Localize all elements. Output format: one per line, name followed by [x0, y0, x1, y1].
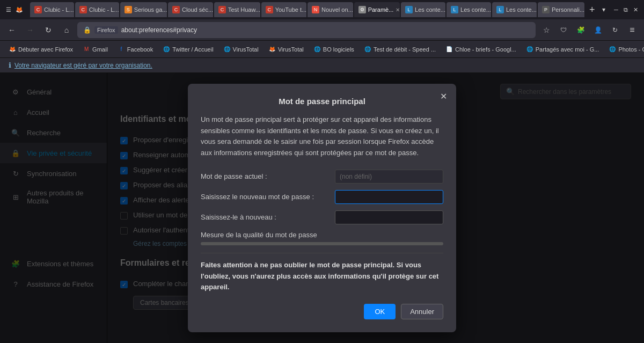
new-tab-button[interactable]: + [586, 2, 599, 17]
tab-nouvel[interactable]: N Nouvel on... [308, 2, 353, 17]
tab-bar: C Clubic - L... C Clubic - L... S Seriou… [30, 2, 608, 17]
bookmark-firefox[interactable]: 🦊 Débuter avec Firefox [4, 45, 77, 54]
modal-description: Un mot de passe principal sert à protége… [201, 114, 443, 159]
restore-button[interactable]: ⧉ [621, 5, 630, 14]
bookmark-label: Débuter avec Firefox [18, 46, 73, 53]
tab-favicon: S [125, 6, 132, 13]
bookmark-star-icon[interactable]: ☆ [539, 23, 554, 38]
tab-clubic1[interactable]: C Clubic - L... [30, 2, 74, 17]
bookmark-favicon: 🦊 [268, 46, 276, 53]
quality-label: Mesure de la qualité du mot de passe [201, 231, 443, 239]
tab-content3[interactable]: L Les conte... [492, 2, 537, 17]
home-button[interactable]: ⌂ [59, 23, 74, 38]
minimize-button[interactable]: ─ [612, 5, 620, 14]
bookmark-label: Facebook [127, 46, 153, 53]
bookmark-favicon: 🌐 [364, 46, 371, 53]
tab-test[interactable]: C Test Huaw... [214, 2, 260, 17]
browser-frame: ☰ 🦊 C Clubic - L... C Clubic - L... S Se… [0, 0, 644, 343]
tab-overflow-icon[interactable]: ▾ [600, 5, 608, 14]
bookmark-marty[interactable]: 🦊 VirusTotal [264, 45, 308, 54]
bookmark-partage[interactable]: 🌐 Partagés avec moi - G... [522, 45, 604, 54]
tab-content2[interactable]: L Les conte... [447, 2, 491, 17]
bookmark-chloe[interactable]: 📄 Chloe - briefs - Googl... [441, 45, 521, 54]
bookmark-label: Twitter / Accueil [172, 46, 213, 53]
menu-icon[interactable]: ☰ [4, 5, 13, 14]
tab-content1[interactable]: L Les conte... [401, 2, 445, 17]
menu-dots-icon[interactable]: ≡ [625, 23, 640, 38]
tab-label: Cloud séc... [182, 6, 213, 13]
bookmark-favicon: 🌐 [526, 46, 533, 53]
info-icon: ℹ [9, 61, 11, 69]
bookmark-label: VirusTotal [233, 46, 259, 53]
tab-favicon: C [172, 6, 180, 13]
current-password-field: Mot de passe actuel : [201, 170, 443, 184]
close-button[interactable]: ✕ [631, 5, 640, 14]
tab-favicon: L [496, 6, 504, 13]
confirm-password-field: Saisissez-le à nouveau : [201, 210, 443, 224]
nav-bar: ← → ↻ ⌂ 🔒 Firefox about:preferences#priv… [0, 19, 644, 41]
tab-cloud[interactable]: C Cloud séc... [168, 2, 213, 17]
tab-label: Les conte... [415, 6, 445, 13]
reload-button[interactable]: ↻ [41, 23, 56, 38]
bookmark-favicon: 🌐 [609, 46, 616, 53]
shield-icon[interactable]: 🛡 [556, 23, 571, 38]
modal-close-button[interactable]: ✕ [438, 91, 449, 102]
current-password-input[interactable] [335, 170, 443, 184]
forward-button[interactable]: → [23, 23, 38, 38]
title-bar: ☰ 🦊 C Clubic - L... C Clubic - L... S Se… [0, 0, 644, 19]
modal-divider [201, 253, 443, 253]
modal-warning-text: Faites attention à ne pas oublier le mot… [201, 261, 438, 291]
address-bar[interactable]: 🔒 Firefox about:preferences#privacy [77, 22, 536, 38]
tab-label: Serious ga... [134, 6, 167, 13]
bookmark-favicon: 🌐 [163, 46, 170, 53]
tab-label: YouTube t... [275, 6, 306, 13]
sync-icon[interactable]: ↻ [608, 23, 623, 38]
ff-logo: 🦊 [15, 5, 24, 14]
modal-overlay: Mot de passe principal ✕ Un mot de passe… [0, 73, 644, 343]
bookmark-bo[interactable]: 🌐 BO logiciels [309, 45, 358, 54]
bookmark-favicon: 🌐 [313, 46, 321, 53]
nav-icons: ☆ 🛡 🧩 👤 ↻ ≡ [539, 23, 640, 38]
bookmark-favicon: 📄 [445, 46, 453, 53]
profile-icon[interactable]: 👤 [590, 23, 605, 38]
bookmark-twitter[interactable]: 🌐 Twitter / Accueil [158, 45, 217, 54]
bookmark-virustotal[interactable]: 🌐 VirusTotal [219, 45, 263, 54]
new-password-field: Saisissez le nouveau mot de passe : [201, 190, 443, 204]
bookmark-favicon: f [118, 46, 125, 53]
bookmark-label: Partagés avec moi - G... [536, 46, 599, 53]
bookmark-favicon: M [83, 46, 90, 53]
tab-favicon: C [266, 6, 273, 13]
org-notice-link[interactable]: Votre navigateur est géré par votre orga… [14, 62, 152, 69]
tab-label: Paramè... [368, 6, 394, 13]
tab-favicon: L [451, 6, 458, 13]
extensions-icon[interactable]: 🧩 [573, 23, 588, 38]
tab-label: Les conte... [460, 6, 491, 13]
tab-params[interactable]: ⚙ Paramè... ✕ [354, 2, 400, 17]
tab-serious[interactable]: S Serious ga... [120, 2, 167, 17]
bookmark-speed[interactable]: 🌐 Test de débit - Speed ... [360, 45, 440, 54]
ok-button[interactable]: OK [364, 304, 396, 319]
bookmark-label: Photos - Google Photos [618, 46, 644, 53]
modal-title: Mot de passe principal [201, 97, 443, 106]
new-password-input[interactable] [335, 190, 443, 204]
address-text: about:preferences#privacy [121, 26, 197, 34]
bookmark-photos[interactable]: 🌐 Photos - Google Photos [604, 45, 644, 54]
tab-favicon: C [218, 6, 226, 13]
bookmark-gmail[interactable]: M Gmail [78, 45, 112, 54]
bookmark-favicon: 🦊 [9, 46, 16, 53]
tab-label: Les conte... [506, 6, 537, 13]
tab-perso[interactable]: P Personnali... [538, 2, 584, 17]
bookmark-facebook[interactable]: f Facebook [113, 45, 157, 54]
tab-close-icon[interactable]: ✕ [396, 7, 400, 13]
firefox-badge: Firefox [94, 26, 118, 34]
tab-youtube[interactable]: C YouTube t... [261, 2, 306, 17]
back-button[interactable]: ← [4, 23, 19, 38]
org-notice: ℹ Votre navigateur est géré par votre or… [0, 58, 644, 73]
cancel-button[interactable]: Annuler [401, 304, 443, 319]
modal-buttons: OK Annuler [201, 304, 443, 319]
lock-icon: 🔒 [83, 26, 91, 34]
tab-label: Clubic - L... [44, 6, 74, 13]
bookmark-label: Test de débit - Speed ... [374, 46, 436, 53]
tab-clubic2[interactable]: C Clubic - L... [75, 2, 119, 17]
confirm-password-input[interactable] [335, 210, 443, 224]
